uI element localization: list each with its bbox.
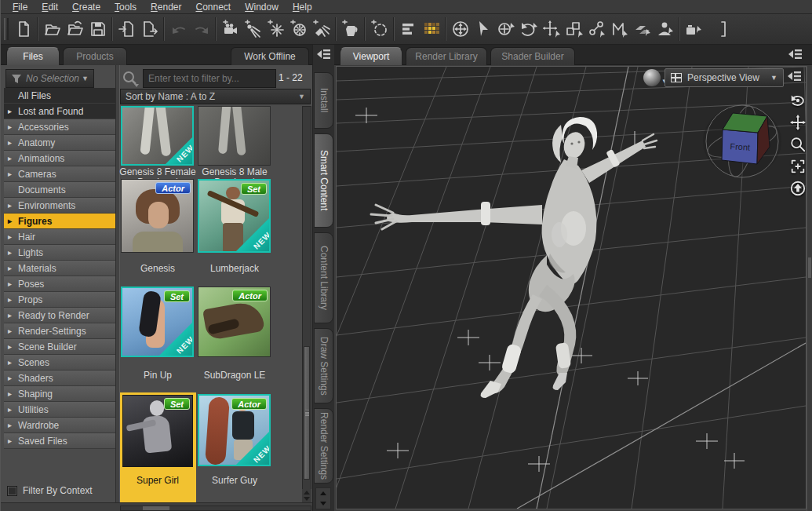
product-thumb-super-girl[interactable]: Set bbox=[122, 395, 193, 467]
tab-products[interactable]: Products bbox=[63, 47, 127, 65]
universal-tool-icon[interactable] bbox=[494, 16, 517, 42]
node-selection-tool-icon[interactable] bbox=[472, 16, 494, 42]
new-null-icon[interactable] bbox=[368, 16, 391, 42]
scroll-up-icon[interactable] bbox=[304, 491, 310, 495]
tab-draw-settings[interactable]: Draw Settings bbox=[314, 328, 333, 403]
menu-window[interactable]: Window bbox=[238, 2, 286, 13]
product-title[interactable]: Surfer Guy bbox=[196, 476, 273, 486]
scroll-up-icon[interactable] bbox=[320, 491, 326, 495]
orbit-icon[interactable] bbox=[789, 92, 807, 111]
category-saved-files[interactable]: Saved Files bbox=[4, 433, 115, 449]
category-cameras[interactable]: Cameras bbox=[4, 166, 115, 182]
scrollbar-arrows[interactable] bbox=[302, 489, 311, 502]
translate-tool-icon[interactable] bbox=[540, 16, 563, 42]
view-selector-dropdown[interactable]: Perspective View ▼ bbox=[665, 68, 784, 87]
product-title[interactable]: Lumberjack bbox=[196, 264, 273, 274]
category-accessories[interactable]: Accessories bbox=[4, 119, 115, 135]
export-icon[interactable] bbox=[138, 16, 161, 42]
right-dock-splitter[interactable] bbox=[807, 66, 812, 511]
scrollbar-handle[interactable] bbox=[143, 506, 169, 510]
product-thumb-pin-up[interactable]: Set NEW bbox=[121, 287, 194, 357]
scroll-down-icon[interactable] bbox=[320, 502, 326, 506]
category-props[interactable]: Props bbox=[4, 292, 115, 308]
category-figures[interactable]: Figures bbox=[4, 214, 115, 229]
product-thumb-genesis[interactable]: Actor bbox=[121, 179, 194, 253]
search-icon[interactable] bbox=[121, 70, 140, 87]
pane-options-icon[interactable] bbox=[316, 48, 332, 64]
menu-file[interactable]: File bbox=[5, 2, 35, 13]
product-thumb-surfer-guy[interactable]: Actor NEW bbox=[198, 394, 271, 466]
category-animations[interactable]: Animations bbox=[4, 151, 115, 166]
category-anatomy[interactable]: Anatomy bbox=[4, 135, 115, 151]
category-ready-to-render[interactable]: Ready to Render bbox=[4, 308, 115, 323]
import-icon[interactable] bbox=[115, 16, 138, 42]
undo-icon[interactable] bbox=[167, 16, 190, 42]
category-lost-and-found[interactable]: Lost and Found bbox=[4, 104, 115, 119]
sort-dropdown[interactable]: Sort by Name : A to Z ▼ bbox=[120, 89, 311, 104]
work-offline-button[interactable]: Work Offline bbox=[231, 47, 309, 65]
toolbar-grip[interactable] bbox=[4, 18, 9, 40]
tab-scroll-arrows[interactable] bbox=[315, 487, 331, 509]
new-point-light-icon[interactable] bbox=[264, 16, 287, 42]
category-shaping[interactable]: Shaping bbox=[4, 386, 115, 402]
viewport-canvas[interactable]: Front ▼ Perspective View ▼ bbox=[336, 66, 807, 509]
tab-render-settings[interactable]: Render Settings bbox=[314, 408, 333, 484]
product-thumb-genesis8-female-dev-load[interactable]: NEW bbox=[121, 106, 194, 166]
category-poses[interactable]: Poses bbox=[4, 276, 115, 292]
tab-smart-content[interactable]: Smart Content bbox=[314, 133, 333, 228]
new-camera-icon[interactable] bbox=[219, 16, 242, 42]
category-all-files[interactable]: All Files bbox=[4, 88, 115, 104]
product-title[interactable]: SubDragon LE bbox=[196, 370, 273, 381]
category-render-settings[interactable]: Render-Settings bbox=[4, 323, 115, 339]
filter-selection-dropdown[interactable]: No Selection ▼ bbox=[5, 69, 94, 88]
pane-options-icon[interactable] bbox=[788, 48, 803, 64]
category-utilities[interactable]: Utilities bbox=[4, 402, 115, 418]
tab-shader-builder[interactable]: Shader Builder bbox=[490, 47, 575, 65]
product-thumb-genesis8-male-dev-load[interactable] bbox=[198, 106, 271, 166]
new-primitive-icon[interactable] bbox=[339, 16, 362, 42]
viewport-options-icon[interactable] bbox=[787, 70, 803, 86]
filter-by-context-checkbox[interactable] bbox=[7, 486, 17, 496]
open-file-icon[interactable] bbox=[41, 16, 64, 42]
tab-install[interactable]: Install bbox=[314, 72, 333, 129]
menu-render[interactable]: Render bbox=[144, 2, 188, 13]
shaded-sphere-widget[interactable] bbox=[643, 69, 661, 86]
scroll-down-icon[interactable] bbox=[304, 497, 310, 501]
tab-render-library[interactable]: Render Library bbox=[406, 47, 487, 65]
product-title-selected[interactable]: Super Girl bbox=[119, 476, 196, 486]
search-input[interactable] bbox=[143, 69, 276, 88]
content-vertical-scrollbar[interactable] bbox=[302, 106, 311, 502]
category-hair[interactable]: Hair bbox=[4, 229, 115, 245]
joint-editor-tool-icon[interactable] bbox=[585, 16, 608, 42]
tab-files[interactable]: Files bbox=[6, 47, 60, 65]
frame-icon[interactable] bbox=[789, 158, 807, 177]
menu-tools[interactable]: Tools bbox=[107, 2, 144, 13]
clipped-icon[interactable] bbox=[705, 16, 728, 42]
scale-tool-icon[interactable] bbox=[563, 16, 585, 42]
rotate-tool-icon[interactable] bbox=[517, 16, 540, 42]
category-documents[interactable]: Documents bbox=[4, 182, 115, 198]
category-scene-builder[interactable]: Scene Builder bbox=[4, 339, 115, 355]
product-thumb-subdragon-le[interactable]: Actor bbox=[198, 287, 271, 357]
product-title[interactable]: Pin Up bbox=[119, 370, 196, 381]
new-distant-light-icon[interactable] bbox=[242, 16, 264, 42]
surface-selection-tool-icon[interactable] bbox=[631, 16, 654, 42]
new-spotlight-icon[interactable] bbox=[310, 16, 333, 42]
actor-selection-tool-icon[interactable] bbox=[654, 16, 676, 42]
tab-content-library[interactable]: Content Library bbox=[314, 232, 333, 323]
category-lights[interactable]: Lights bbox=[4, 245, 115, 261]
merge-file-icon[interactable] bbox=[64, 16, 86, 42]
category-materials[interactable]: Materials bbox=[4, 261, 115, 276]
menu-edit[interactable]: Edit bbox=[35, 2, 65, 13]
category-scenes[interactable]: Scenes bbox=[4, 355, 115, 370]
save-icon[interactable] bbox=[86, 16, 109, 42]
product-title[interactable]: Genesis bbox=[119, 264, 196, 274]
tab-viewport[interactable]: Viewport bbox=[340, 47, 402, 65]
redo-icon[interactable] bbox=[190, 16, 213, 42]
menu-connect[interactable]: Connect bbox=[188, 2, 238, 13]
category-environments[interactable]: Environments bbox=[4, 198, 115, 214]
home-icon[interactable] bbox=[789, 180, 807, 199]
zoom-icon[interactable] bbox=[789, 136, 807, 155]
scene-pane-icon[interactable] bbox=[397, 16, 420, 42]
smart-content-pane-icon[interactable] bbox=[420, 16, 442, 42]
